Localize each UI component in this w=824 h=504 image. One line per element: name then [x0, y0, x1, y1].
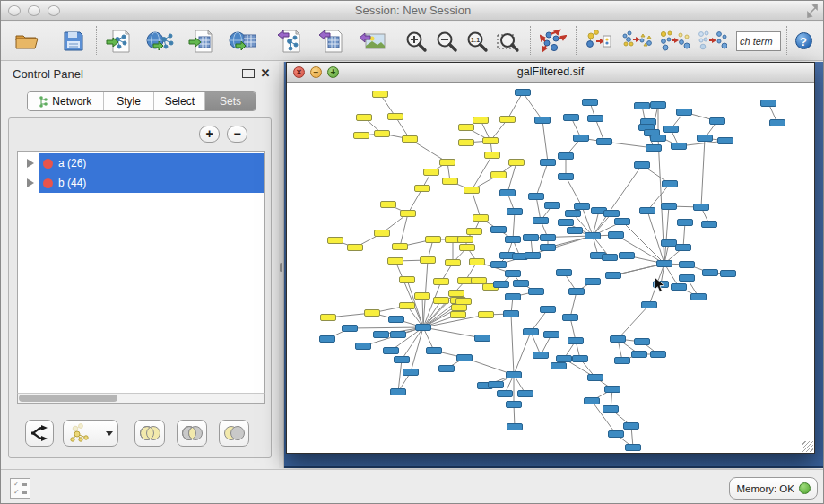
tab-style[interactable]: Style — [104, 92, 155, 110]
network-tab-icon — [39, 96, 48, 108]
export-image-button[interactable] — [355, 24, 389, 58]
graph-node — [491, 172, 507, 178]
copy-network-style-button[interactable] — [582, 24, 616, 58]
graph-node — [427, 348, 442, 354]
graph-node — [494, 282, 509, 288]
graph-node — [575, 204, 590, 210]
tab-sets[interactable]: Sets — [205, 92, 256, 110]
zoom-out-button[interactable] — [431, 24, 462, 58]
graph-node — [389, 317, 404, 323]
graph-node — [343, 326, 358, 332]
graph-node — [491, 227, 507, 233]
network-canvas[interactable] — [288, 83, 813, 453]
graph-node — [615, 358, 630, 364]
graph-node — [473, 117, 489, 124]
graph-node — [381, 202, 396, 208]
graph-node — [563, 315, 578, 321]
export-table-button[interactable] — [314, 24, 348, 58]
network-window-title: galFiltered.sif — [287, 65, 814, 78]
graph-node — [328, 238, 343, 244]
import-table-web-button[interactable] — [226, 24, 260, 58]
graph-node — [500, 117, 516, 123]
graph-node — [588, 375, 603, 381]
graph-node — [321, 315, 336, 321]
window-resize-grip[interactable] — [802, 441, 813, 452]
import-table-file-button[interactable] — [185, 24, 219, 58]
import-table-web-icon — [229, 29, 257, 54]
merge-networks-union-button[interactable] — [620, 24, 654, 58]
merge-networks-intersection-button[interactable] — [657, 24, 691, 58]
save-session-button[interactable] — [56, 24, 91, 58]
task-history-button[interactable]: ✓ ✓ — [10, 478, 30, 499]
graph-node — [356, 343, 371, 350]
merge-networks-union-icon — [621, 29, 652, 54]
horizontal-scrollbar[interactable] — [17, 393, 265, 404]
set-row-a[interactable]: a (26) — [18, 153, 264, 173]
search-input[interactable]: ch term — [736, 31, 781, 51]
graph-node — [680, 262, 695, 268]
expander-icon[interactable] — [27, 159, 34, 168]
graph-node — [348, 245, 363, 251]
add-set-button[interactable]: + — [199, 126, 220, 143]
graph-node — [604, 211, 620, 217]
svg-text:1:1: 1:1 — [471, 37, 480, 43]
tab-label: Select — [165, 95, 195, 108]
graph-node — [388, 114, 403, 120]
expander-icon[interactable] — [27, 178, 34, 187]
split-set-button[interactable] — [25, 420, 54, 447]
open-session-button[interactable] — [10, 24, 44, 58]
network-window-titlebar[interactable]: × − + galFiltered.sif — [287, 63, 814, 83]
help-icon: ? — [795, 32, 812, 49]
zoom-in-button[interactable] — [401, 24, 431, 58]
zoom-actual-size-button[interactable]: 1:1 — [462, 24, 492, 58]
memory-status-button[interactable]: Memory: OK — [729, 477, 818, 500]
check-icon: ✓ — [13, 490, 20, 495]
zoom-fit-selected-button[interactable] — [492, 24, 525, 58]
scrollbar-thumb[interactable] — [19, 395, 117, 402]
tab-network[interactable]: Network — [28, 92, 104, 110]
create-set-from-network-button[interactable] — [63, 420, 118, 447]
graph-node — [541, 160, 556, 166]
graph-node — [452, 305, 467, 311]
float-panel-button[interactable] — [242, 69, 255, 78]
graph-node — [460, 245, 475, 251]
graph-node — [401, 211, 416, 217]
graph-node — [574, 135, 589, 142]
graph-node — [718, 138, 733, 144]
import-network-web-button[interactable] — [143, 24, 178, 58]
graph-node — [459, 125, 474, 131]
graph-node — [375, 230, 390, 237]
graph-node — [605, 387, 620, 393]
memory-ok-icon — [799, 482, 811, 494]
network-view-window[interactable]: × − + galFiltered.sif — [286, 62, 815, 454]
graph-node — [507, 209, 523, 215]
difference-sets-button[interactable] — [219, 420, 249, 447]
import-network-file-button[interactable] — [102, 24, 136, 58]
tab-select[interactable]: Select — [154, 92, 205, 110]
graph-node — [680, 275, 695, 282]
union-sets-button[interactable] — [134, 420, 165, 447]
export-network-button[interactable] — [273, 24, 307, 58]
close-panel-button[interactable]: ✕ — [259, 67, 272, 80]
graph-node — [529, 194, 544, 200]
apply-layout-button[interactable] — [536, 24, 570, 58]
help-button[interactable]: ? — [793, 30, 814, 52]
remove-set-button[interactable]: − — [227, 126, 247, 143]
graph-node — [491, 262, 507, 268]
graph-node — [459, 140, 474, 146]
control-panel-tabs: Network Style Select Sets — [27, 91, 256, 111]
graph-node — [506, 271, 521, 277]
merge-networks-difference-button[interactable] — [695, 24, 729, 58]
toolbar-separator — [576, 26, 577, 56]
expand-window-icon[interactable] — [805, 4, 820, 18]
graph-node — [451, 312, 466, 318]
set-dot-icon — [43, 178, 53, 188]
check-icon: ✓ — [13, 482, 20, 487]
graph-node — [473, 215, 489, 222]
graph-node — [524, 235, 539, 241]
graph-node — [479, 312, 494, 318]
splitter-handle[interactable] — [280, 263, 282, 272]
set-row-b[interactable]: b (44) — [18, 173, 264, 193]
graph-node — [597, 139, 612, 145]
intersect-sets-button[interactable] — [177, 420, 207, 447]
